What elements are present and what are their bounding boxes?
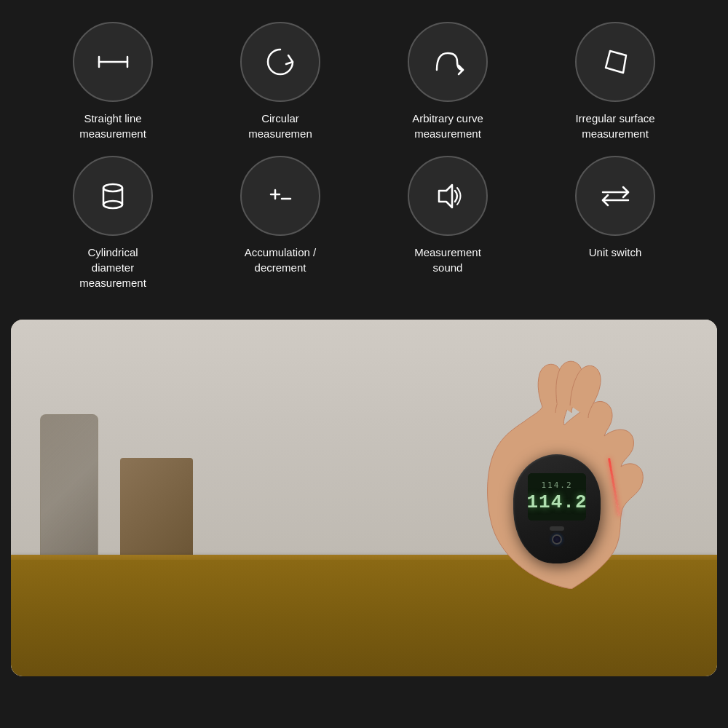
arbitrary-curve-icon — [428, 42, 468, 82]
feature-straight-line: Straight linemeasurement — [36, 22, 189, 141]
photo-simulation: 114.2 114.2 — [11, 320, 717, 676]
circular-circle — [240, 22, 320, 102]
irregular-surface-icon — [596, 42, 636, 82]
feature-unit-switch: Unit switch — [539, 156, 692, 260]
straight-line-label: Straight linemeasurement — [79, 111, 146, 141]
feature-cylindrical: Cylindricaldiametermeasurement — [36, 156, 189, 290]
device-screen-inner: 114.2 114.2 — [528, 473, 586, 521]
feature-arbitrary-curve: Arbitrary curvemeasurement — [371, 22, 524, 141]
svg-marker-3 — [606, 51, 626, 73]
arbitrary-curve-label: Arbitrary curvemeasurement — [412, 111, 483, 141]
irregular-surface-label: Irregular surfacemeasurement — [575, 111, 654, 141]
svg-point-4 — [103, 184, 122, 191]
unit-switch-label: Unit switch — [589, 245, 642, 260]
straight-line-icon — [93, 42, 133, 82]
unit-switch-circle — [575, 156, 655, 236]
device-lens — [552, 534, 562, 545]
feature-row-2: Cylindricaldiametermeasurement Accumulat… — [29, 156, 699, 290]
arbitrary-curve-circle — [408, 22, 488, 102]
background-box — [120, 458, 193, 560]
unit-switch-icon — [596, 176, 636, 216]
circular-label: Circularmeasuremen — [248, 111, 312, 141]
accumulation-circle — [240, 156, 320, 236]
feature-irregular-surface: Irregular surfacemeasurement — [539, 22, 692, 141]
cylindrical-label: Cylindricaldiametermeasurement — [79, 245, 146, 290]
feature-accumulation: Accumulation /decrement — [204, 156, 357, 275]
device-body: 114.2 114.2 — [513, 454, 601, 563]
device-display-main: 114.2 — [528, 491, 586, 513]
circular-icon — [261, 42, 301, 82]
device-display-top: 114.2 — [541, 480, 572, 490]
accumulation-icon — [261, 176, 301, 216]
feature-measurement-sound: Measurementsound — [371, 156, 524, 275]
page-container: Straight linemeasurement Circularmeasure… — [0, 0, 728, 676]
svg-marker-11 — [439, 185, 452, 207]
svg-point-7 — [103, 201, 122, 208]
measurement-sound-icon — [428, 176, 468, 216]
cylindrical-icon — [93, 176, 133, 216]
photo-section: 114.2 114.2 — [11, 320, 717, 676]
background-glass — [40, 414, 98, 560]
device-button[interactable] — [550, 526, 564, 531]
cylindrical-circle — [73, 156, 153, 236]
measurement-sound-label: Measurementsound — [414, 245, 481, 275]
measurement-sound-circle — [408, 156, 488, 236]
irregular-surface-circle — [575, 22, 655, 102]
feature-row-1: Straight linemeasurement Circularmeasure… — [29, 22, 699, 141]
straight-line-circle — [73, 22, 153, 102]
device-container: 114.2 114.2 — [513, 454, 601, 563]
feature-circular: Circularmeasuremen — [204, 22, 357, 141]
accumulation-label: Accumulation /decrement — [245, 245, 316, 275]
features-section: Straight linemeasurement Circularmeasure… — [0, 0, 728, 312]
device-screen-wrap: 114.2 114.2 — [528, 473, 586, 521]
